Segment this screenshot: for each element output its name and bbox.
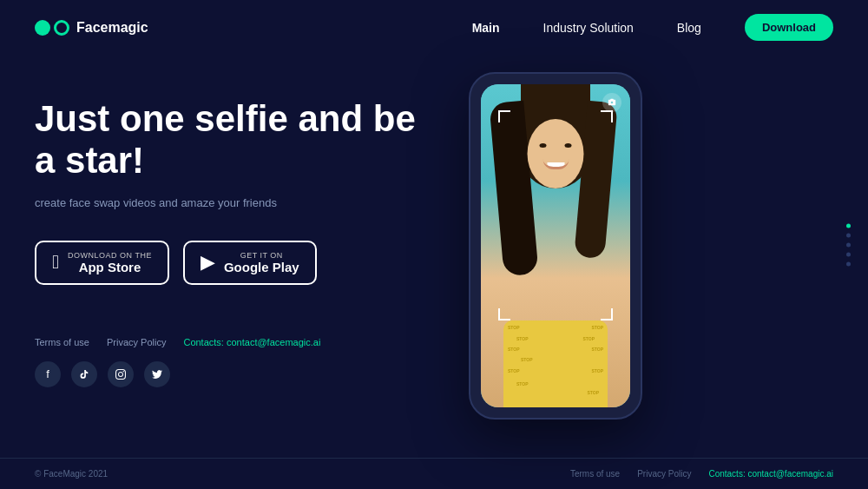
play-icon: ▶ <box>201 253 215 272</box>
hair-left <box>489 101 538 277</box>
app-store-small: Download on the <box>68 251 152 260</box>
scan-corner-tl <box>498 110 510 122</box>
logo-icons <box>35 20 69 36</box>
page-dot-4[interactable] <box>846 252 851 256</box>
phone-person: STOP STOP STOP STOP STOP STOP STOP STOP … <box>481 84 630 407</box>
bottom-footer: © FaceMagic 2021 Terms of use Privacy Po… <box>0 458 868 489</box>
footer-privacy-link[interactable]: Privacy Policy <box>637 469 691 479</box>
page-dot-1[interactable] <box>846 223 851 228</box>
body-area: STOP STOP STOP STOP STOP STOP STOP STOP … <box>503 320 608 407</box>
logo-dot-outline <box>54 20 69 36</box>
right-content: STOP STOP STOP STOP STOP STOP STOP STOP … <box>469 72 642 420</box>
page-dots <box>846 223 851 266</box>
nav: Main Industry Solution Blog <box>472 21 701 35</box>
google-play-button[interactable]: ▶ GET IT ON Google Play <box>183 241 317 285</box>
footer-right: Terms of use Privacy Policy Contacts: co… <box>570 469 833 479</box>
footer-contacts: Contacts: contact@facemagic.ai <box>708 469 833 479</box>
smile <box>542 159 569 169</box>
tiktok-icon-button[interactable] <box>71 361 97 387</box>
nav-main[interactable]: Main <box>472 21 500 35</box>
page-dot-5[interactable] <box>846 261 851 266</box>
store-buttons:  Download on the App Store ▶ GET IT ON … <box>35 241 417 285</box>
app-store-button[interactable]:  Download on the App Store <box>35 241 169 285</box>
download-button[interactable]: Download <box>745 14 833 41</box>
hair-right <box>574 101 618 259</box>
contacts-label: Contacts: contact@facemagic.ai <box>183 337 320 347</box>
contacts-text: Contacts: <box>183 337 223 347</box>
copyright: © FaceMagic 2021 <box>35 469 108 479</box>
instagram-icon-button[interactable] <box>108 361 134 387</box>
twitter-icon-button[interactable] <box>144 361 170 387</box>
social-icons: f <box>35 361 417 387</box>
logo-area: Facemagic <box>35 20 148 36</box>
apple-icon:  <box>52 253 59 272</box>
footer-contacts-email[interactable]: contact@facemagic.ai <box>747 469 833 479</box>
nav-industry[interactable]: Industry Solution <box>543 21 634 35</box>
left-content: Just one selfie and be a star! create fa… <box>35 72 417 420</box>
header: Facemagic Main Industry Solution Blog Do… <box>0 0 868 55</box>
scan-corner-bl <box>498 308 510 320</box>
main-content: Just one selfie and be a star! create fa… <box>0 55 868 420</box>
google-play-big: Google Play <box>224 260 299 274</box>
google-play-text: GET IT ON Google Play <box>224 251 299 274</box>
page-dot-3[interactable] <box>846 242 851 247</box>
footer-links: Terms of use Privacy Policy Contacts: co… <box>35 337 417 347</box>
scan-corner-tr <box>601 110 613 122</box>
app-store-text: Download on the App Store <box>68 251 152 274</box>
camera-icon <box>602 93 621 112</box>
footer-contacts-label: Contacts: <box>708 469 745 479</box>
contacts-email[interactable]: contact@facemagic.ai <box>227 337 320 347</box>
scan-corner-br <box>601 308 613 320</box>
nav-blog[interactable]: Blog <box>677 21 701 35</box>
hero-subtitle: create face swap videos and amaze your f… <box>35 196 417 209</box>
logo-dot-filled <box>35 20 50 36</box>
hero-title: Just one selfie and be a star! <box>35 98 417 182</box>
privacy-link[interactable]: Privacy Policy <box>107 337 166 347</box>
google-play-small: GET IT ON <box>224 251 299 260</box>
facebook-icon-button[interactable]: f <box>35 361 61 387</box>
page-dot-2[interactable] <box>846 233 851 237</box>
footer-terms-link[interactable]: Terms of use <box>570 469 620 479</box>
phone-mockup: STOP STOP STOP STOP STOP STOP STOP STOP … <box>469 72 642 420</box>
face-oval <box>528 119 584 188</box>
app-store-big: App Store <box>68 260 152 274</box>
phone-screen: STOP STOP STOP STOP STOP STOP STOP STOP … <box>481 84 630 407</box>
logo-text: Facemagic <box>76 20 148 36</box>
terms-link[interactable]: Terms of use <box>35 337 89 347</box>
